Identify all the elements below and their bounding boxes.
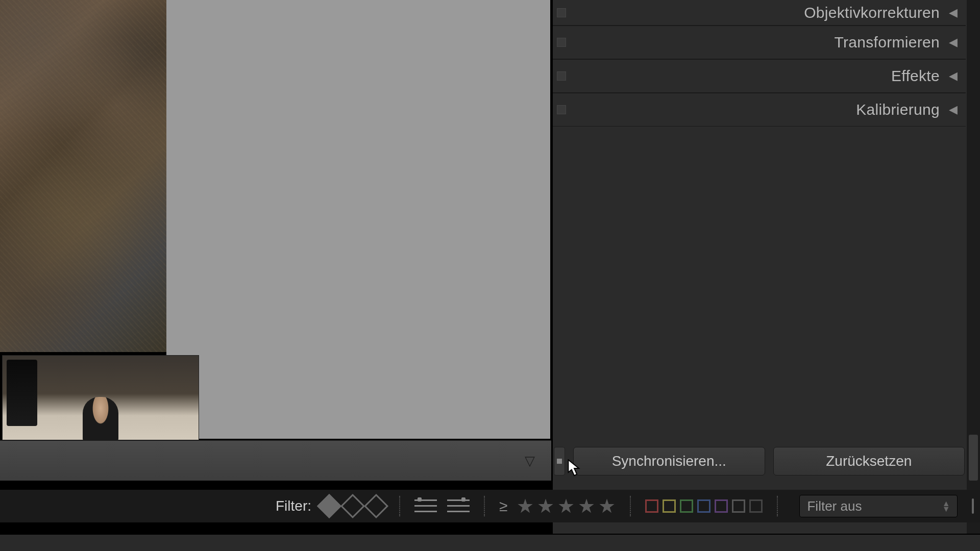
panel-title: Kalibrierung bbox=[566, 101, 949, 118]
star-icon[interactable]: ★ bbox=[537, 496, 554, 516]
separator bbox=[777, 496, 778, 516]
flag-rejected-icon[interactable] bbox=[364, 494, 388, 518]
rating-comparison[interactable]: ≥ bbox=[499, 497, 507, 515]
flag-unflagged-icon[interactable] bbox=[340, 494, 365, 518]
color-label-custom[interactable] bbox=[749, 499, 763, 513]
color-label-yellow[interactable] bbox=[663, 499, 676, 513]
filter-preset-dropdown[interactable]: Filter aus ▲▼ bbox=[799, 495, 958, 517]
panel-toggle-switch[interactable] bbox=[557, 38, 566, 47]
panel-toggle-switch[interactable] bbox=[557, 8, 566, 17]
color-label-blue[interactable] bbox=[697, 499, 710, 513]
panel-calibration[interactable]: Kalibrierung ◀ bbox=[553, 93, 966, 127]
rating-stars[interactable]: ★ ★ ★ ★ ★ bbox=[517, 496, 616, 516]
filter-bar: Filter: ≥ ★ ★ ★ ★ ★ bbox=[0, 490, 980, 522]
collapse-arrow-icon[interactable]: ◀ bbox=[949, 103, 958, 116]
separator bbox=[484, 496, 485, 516]
star-icon[interactable]: ★ bbox=[557, 496, 575, 516]
star-icon[interactable]: ★ bbox=[598, 496, 616, 516]
scrollbar-thumb[interactable] bbox=[969, 435, 978, 481]
panel-toggle-switch[interactable] bbox=[557, 71, 566, 81]
panel-transform[interactable]: Transformieren ◀ bbox=[553, 26, 966, 59]
filmstrip-area[interactable] bbox=[0, 534, 980, 551]
toolbar-dropdown-icon[interactable]: ▽ bbox=[525, 453, 535, 469]
filter-preset-value: Filter aus bbox=[807, 498, 862, 514]
star-icon[interactable]: ★ bbox=[578, 496, 595, 516]
dropdown-stepper-icon: ▲▼ bbox=[942, 500, 950, 512]
color-label-red[interactable] bbox=[645, 499, 658, 513]
sync-mode-toggle[interactable] bbox=[554, 447, 565, 475]
attribute-filter-icon[interactable] bbox=[414, 497, 437, 515]
panel-effects[interactable]: Effekte ◀ bbox=[553, 59, 966, 93]
star-icon[interactable]: ★ bbox=[517, 496, 534, 516]
collapse-arrow-icon[interactable]: ◀ bbox=[949, 36, 958, 49]
filter-label: Filter: bbox=[276, 498, 311, 514]
preview-area bbox=[0, 0, 551, 439]
separator bbox=[399, 496, 400, 516]
collapse-arrow-icon[interactable]: ◀ bbox=[949, 6, 958, 19]
attribute-filter-alt-icon[interactable] bbox=[447, 497, 470, 515]
flag-picked-icon[interactable] bbox=[317, 494, 341, 518]
color-label-purple[interactable] bbox=[715, 499, 728, 513]
toolbar: ▽ bbox=[0, 440, 551, 481]
photo-thumbnail[interactable] bbox=[0, 0, 166, 352]
panel-title: Transformieren bbox=[566, 34, 949, 51]
panel-lens-corrections[interactable]: Objektivkorrekturen ◀ bbox=[553, 0, 966, 26]
collapse-arrow-icon[interactable]: ◀ bbox=[949, 69, 958, 83]
canvas-background bbox=[166, 0, 551, 439]
panel-title: Effekte bbox=[566, 67, 949, 85]
panel-title: Objektivkorrekturen bbox=[566, 4, 949, 21]
filter-lock-icon[interactable] bbox=[972, 498, 974, 514]
color-label-green[interactable] bbox=[680, 499, 693, 513]
sync-button[interactable]: Synchronisieren... bbox=[573, 447, 765, 475]
separator bbox=[630, 496, 631, 516]
reset-button[interactable]: Zurücksetzen bbox=[773, 447, 965, 475]
color-label-none[interactable] bbox=[732, 499, 745, 513]
panel-scrollbar[interactable] bbox=[967, 0, 980, 551]
panel-toggle-switch[interactable] bbox=[557, 105, 566, 114]
